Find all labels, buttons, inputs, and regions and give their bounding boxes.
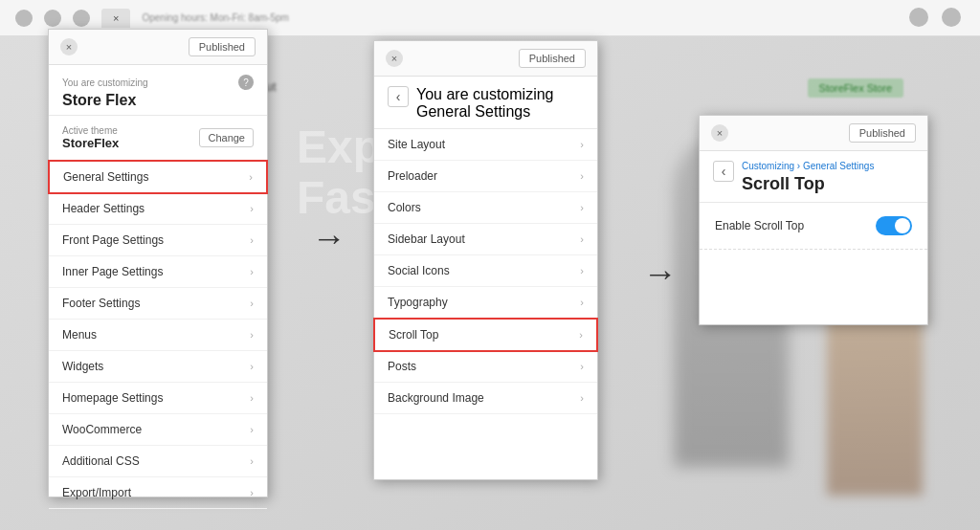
panel3-close-button[interactable]: ×: [711, 124, 728, 142]
panel1-front-page-label: Front Page Settings: [62, 233, 164, 247]
panel1-close-button[interactable]: ×: [60, 38, 78, 55]
panel3-published-button[interactable]: Published: [849, 123, 916, 143]
panel1-inner-page-label: Inner Page Settings: [62, 265, 163, 278]
chevron-icon: ›: [250, 329, 254, 341]
chevron-icon: ›: [579, 329, 583, 341]
panel2-close-button[interactable]: ×: [386, 50, 403, 67]
panel1-menu-item-woocommerce[interactable]: WooCommerce ›: [49, 414, 267, 446]
panel1-general-settings-label: General Settings: [63, 170, 148, 184]
bg-icon-1: [909, 8, 928, 27]
panel1-menus-label: Menus: [62, 328, 97, 342]
chevron-icon: ›: [580, 139, 584, 150]
panel2-header: × Published: [374, 41, 597, 77]
panel1-menu-item-front-page-settings[interactable]: Front Page Settings ›: [49, 225, 267, 256]
panel2-posts-label: Posts: [388, 360, 416, 373]
panel1-published-button[interactable]: Published: [189, 37, 256, 56]
panel2-colors-label: Colors: [388, 201, 421, 214]
panel1-menu-item-footer-settings[interactable]: Footer Settings ›: [49, 288, 267, 320]
scroll-top-toggle-switch[interactable]: [876, 216, 912, 235]
panel3-section-title: Scroll Top: [742, 174, 874, 194]
arrow-2: →: [643, 254, 678, 294]
panel3-breadcrumb: Customizing › General Settings: [742, 161, 874, 171]
panel2-subheader: ‹ You are customizing General Settings: [374, 77, 597, 129]
bg-large-text: ExpFas: [297, 122, 381, 224]
panel-2-general-settings: × Published ‹ You are customizing Genera…: [373, 40, 598, 480]
panel2-menu-item-site-layout[interactable]: Site Layout ›: [374, 129, 597, 161]
chevron-icon: ›: [580, 233, 584, 245]
chevron-icon: ›: [580, 361, 584, 372]
panel1-store-name: Store Flex: [62, 92, 254, 109]
chevron-icon: ›: [580, 170, 584, 182]
chevron-icon: ›: [250, 361, 254, 372]
panel1-menu-item-header-settings[interactable]: Header Settings ›: [49, 193, 267, 225]
panel1-menu-item-homepage-settings[interactable]: Homepage Settings ›: [49, 383, 267, 414]
panel1-menu: General Settings › Header Settings › Fro…: [49, 160, 267, 509]
chevron-icon: ›: [250, 298, 254, 309]
panel1-menu-item-general-settings[interactable]: General Settings ›: [48, 160, 268, 194]
bg-circle-1: [15, 10, 33, 27]
panel3-breadcrumb-customizing: Customizing: [742, 161, 794, 171]
panel1-menu-item-inner-page-settings[interactable]: Inner Page Settings ›: [49, 256, 267, 288]
panel2-menu-item-posts[interactable]: Posts ›: [374, 351, 597, 383]
panel1-header-settings-label: Header Settings: [62, 202, 145, 215]
panel1-theme-name: StoreFlex: [62, 136, 119, 150]
scroll-top-toggle-row: Enable Scroll Top: [700, 203, 927, 250]
panel2-background-image-label: Background Image: [388, 391, 484, 405]
panel1-widgets-label: Widgets: [62, 360, 103, 373]
panel2-menu-item-colors[interactable]: Colors ›: [374, 192, 597, 224]
panel1-footer-settings-label: Footer Settings: [62, 297, 140, 310]
panel2-published-button[interactable]: Published: [519, 49, 586, 68]
arrow-1: →: [312, 218, 346, 258]
panel1-menu-item-menus[interactable]: Menus ›: [49, 320, 267, 351]
panel2-menu-item-background-image[interactable]: Background Image ›: [374, 383, 597, 414]
panel1-info-help: You are customizing ?: [62, 75, 254, 90]
chevron-icon: ›: [250, 266, 254, 277]
panel2-back-button[interactable]: ‹: [388, 86, 409, 107]
panel2-site-layout-label: Site Layout: [388, 138, 445, 151]
help-icon[interactable]: ?: [238, 75, 254, 90]
panel1-menu-item-export-import[interactable]: Export/Import ›: [49, 477, 267, 509]
panel-1-customizer: × Published You are customizing ? Store …: [48, 29, 268, 497]
logo-area: StoreFlex Store: [808, 78, 903, 98]
panel3-subheader: ‹ Customizing › General Settings Scroll …: [700, 151, 927, 203]
panel-3-scroll-top: × Published ‹ Customizing › General Sett…: [699, 115, 928, 325]
panel2-menu-item-social-icons[interactable]: Social Icons ›: [374, 255, 597, 287]
chevron-icon: ›: [250, 203, 254, 214]
panel2-customizing-label: You are customizing: [416, 86, 554, 103]
bg-header-text: Opening hours: Mon-Fri: 8am-5pm: [142, 12, 288, 23]
panel1-theme-row: Active theme StoreFlex Change: [49, 116, 267, 161]
panel2-menu-item-typography[interactable]: Typography ›: [374, 287, 597, 319]
chevron-icon: ›: [580, 265, 584, 276]
panel1-export-import-label: Export/Import: [62, 486, 131, 499]
panel1-active-theme-label: Active theme: [62, 125, 119, 136]
panel3-breadcrumb-section: General Settings: [803, 161, 875, 171]
chevron-icon: ›: [250, 234, 254, 246]
panel2-typography-label: Typography: [388, 296, 448, 309]
panel1-homepage-label: Homepage Settings: [62, 391, 163, 405]
bg-nav-tab: ×: [101, 9, 130, 28]
chevron-icon: ›: [580, 202, 584, 213]
panel2-menu-item-preloader[interactable]: Preloader ›: [374, 161, 597, 192]
chevron-icon: ›: [580, 392, 584, 404]
panel1-woocommerce-label: WooCommerce: [62, 423, 142, 436]
chevron-icon: ›: [250, 424, 254, 435]
panel2-sidebar-layout-label: Sidebar Layout: [388, 232, 465, 246]
chevron-icon: ›: [250, 455, 254, 467]
panel2-social-icons-label: Social Icons: [388, 264, 450, 277]
panel2-menu-item-sidebar-layout[interactable]: Sidebar Layout ›: [374, 224, 597, 255]
panel3-back-button[interactable]: ‹: [713, 161, 734, 182]
chevron-icon: ›: [250, 392, 254, 404]
panel2-preloader-label: Preloader: [388, 169, 437, 183]
panel1-menu-item-additional-css[interactable]: Additional CSS ›: [49, 446, 267, 477]
bg-circle-2: [44, 10, 61, 27]
panel1-change-button[interactable]: Change: [199, 128, 254, 147]
panel1-menu-item-widgets[interactable]: Widgets ›: [49, 351, 267, 383]
panel1-additional-css-label: Additional CSS: [62, 454, 140, 468]
top-right-icons: [909, 8, 961, 27]
scroll-top-toggle-label: Enable Scroll Top: [715, 219, 804, 232]
panel2-menu-item-scroll-top[interactable]: Scroll Top ›: [373, 318, 598, 352]
panel2-section-title: General Settings: [416, 103, 554, 121]
chevron-icon: ›: [580, 297, 584, 308]
panel1-subheader: You are customizing ? Store Flex: [49, 65, 267, 116]
panel2-scroll-top-label: Scroll Top: [389, 328, 438, 342]
